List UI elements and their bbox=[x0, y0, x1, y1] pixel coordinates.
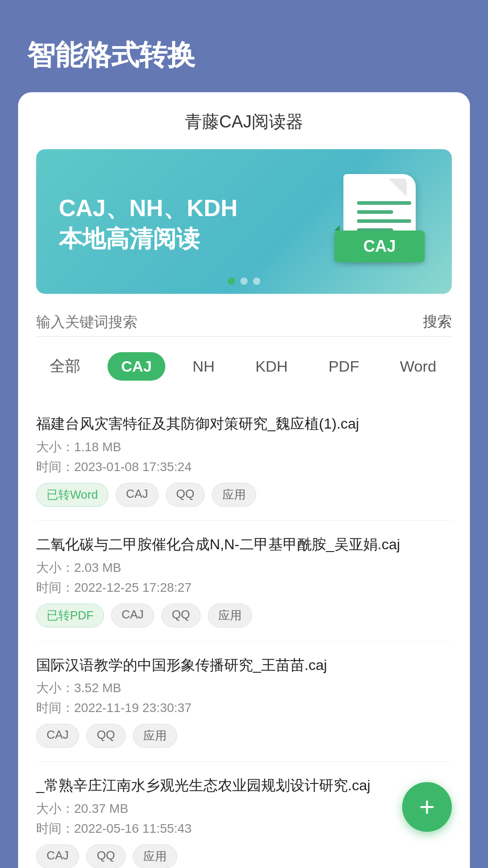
file-size: 大小：2.03 MB bbox=[36, 559, 452, 576]
file-tags: 已转PDF CAJ QQ 应用 bbox=[36, 604, 452, 627]
file-name: 福建台风灾害特征及其防御对策研究_魏应植(1).caj bbox=[36, 414, 452, 434]
file-name: 国际汉语教学的中国形象传播研究_王苗苗.caj bbox=[36, 655, 452, 675]
card-header: 青藤CAJ阅读器 bbox=[36, 110, 452, 133]
banner-text-line2: 本地高清阅读 bbox=[59, 224, 238, 255]
file-time: 时间：2022-12-25 17:28:27 bbox=[36, 579, 452, 596]
tag-converted-pdf[interactable]: 已转PDF bbox=[36, 604, 104, 627]
tab-nh[interactable]: NH bbox=[179, 352, 228, 381]
file-tags: 已转Word CAJ QQ 应用 bbox=[36, 483, 452, 507]
tag-qq[interactable]: QQ bbox=[86, 724, 125, 748]
file-item[interactable]: 二氧化碳与二甲胺催化合成N,N-二甲基甲酰胺_吴亚娟.caj 大小：2.03 M… bbox=[36, 521, 452, 642]
plus-icon: + bbox=[419, 793, 435, 821]
tag-caj[interactable]: CAJ bbox=[36, 724, 79, 748]
file-label-caj: CAJ bbox=[334, 231, 425, 262]
page-title: 智能格式转换 bbox=[0, 0, 488, 92]
file-list: 福建台风灾害特征及其防御对策研究_魏应植(1).caj 大小：1.18 MB 时… bbox=[36, 400, 452, 868]
tab-word[interactable]: Word bbox=[386, 352, 450, 381]
tag-qq[interactable]: QQ bbox=[166, 483, 205, 507]
file-name: _常熟辛庄江南水乡观光生态农业园规划设计研究.caj bbox=[36, 775, 452, 796]
file-time: 时间：2022-05-16 11:55:43 bbox=[36, 820, 452, 837]
file-item[interactable]: 国际汉语教学的中国形象传播研究_王苗苗.caj 大小：3.52 MB 时间：20… bbox=[36, 642, 452, 762]
file-size: 大小：20.37 MB bbox=[36, 800, 452, 817]
file-illustration: CAJ bbox=[334, 170, 434, 278]
file-size: 大小：3.52 MB bbox=[36, 679, 452, 697]
tag-caj[interactable]: CAJ bbox=[116, 483, 159, 507]
file-tags: CAJ QQ 应用 bbox=[36, 724, 452, 748]
tab-caj[interactable]: CAJ bbox=[108, 352, 165, 381]
tag-app[interactable]: 应用 bbox=[133, 724, 177, 748]
banner-text-line1: CAJ、NH、KDH bbox=[59, 193, 238, 224]
tab-kdh[interactable]: KDH bbox=[242, 352, 301, 381]
tag-app[interactable]: 应用 bbox=[212, 483, 256, 507]
search-bar: 搜索 bbox=[36, 312, 452, 337]
search-input[interactable] bbox=[36, 314, 423, 330]
tag-qq[interactable]: QQ bbox=[86, 844, 125, 868]
banner-dots bbox=[228, 278, 260, 285]
tag-app[interactable]: 应用 bbox=[208, 604, 252, 627]
dot-2[interactable] bbox=[240, 278, 248, 285]
banner: CAJ、NH、KDH 本地高清阅读 CAJ bbox=[36, 149, 452, 294]
dot-3[interactable] bbox=[253, 278, 260, 285]
fab-add-button[interactable]: + bbox=[402, 782, 452, 832]
file-time: 时间：2023-01-08 17:35:24 bbox=[36, 458, 452, 476]
main-card: 青藤CAJ阅读器 CAJ、NH、KDH 本地高清阅读 CAJ bbox=[18, 92, 470, 868]
file-name: 二氧化碳与二甲胺催化合成N,N-二甲基甲酰胺_吴亚娟.caj bbox=[36, 534, 452, 555]
tag-caj[interactable]: CAJ bbox=[111, 604, 154, 627]
tab-all[interactable]: 全部 bbox=[36, 350, 94, 382]
dot-1[interactable] bbox=[228, 278, 235, 285]
file-size: 大小：1.18 MB bbox=[36, 439, 452, 456]
tag-app[interactable]: 应用 bbox=[133, 844, 177, 868]
tag-qq[interactable]: QQ bbox=[161, 604, 200, 627]
file-time: 时间：2022-11-19 23:30:37 bbox=[36, 699, 452, 717]
file-item[interactable]: 福建台风灾害特征及其防御对策研究_魏应植(1).caj 大小：1.18 MB 时… bbox=[36, 400, 452, 521]
file-item[interactable]: _常熟辛庄江南水乡观光生态农业园规划设计研究.caj 大小：20.37 MB 时… bbox=[36, 762, 452, 868]
filter-tabs: 全部 CAJ NH KDH PDF Word bbox=[36, 350, 452, 382]
search-button[interactable]: 搜索 bbox=[423, 312, 452, 332]
file-tags: CAJ QQ 应用 bbox=[36, 844, 452, 868]
tag-caj[interactable]: CAJ bbox=[36, 844, 79, 868]
tag-converted-word[interactable]: 已转Word bbox=[36, 483, 108, 507]
tab-pdf[interactable]: PDF bbox=[315, 352, 373, 381]
